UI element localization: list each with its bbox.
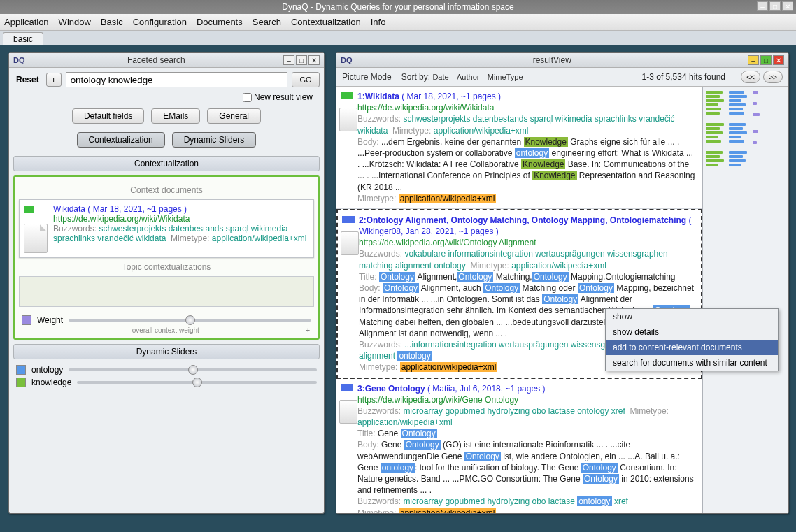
next-page-button[interactable]: >> xyxy=(763,71,783,83)
knowledge-slider-label: knowledge xyxy=(31,378,71,387)
general-button[interactable]: General xyxy=(207,108,261,124)
weight-label: Weight xyxy=(37,315,63,325)
topic-contextualizations-header: Topic contextualizations xyxy=(19,262,314,272)
ontology-color-icon xyxy=(16,365,26,375)
context-document[interactable]: Wikidata ( Mar 18, 2021, ~1 pages ) http… xyxy=(19,199,314,258)
weight-color-icon xyxy=(22,315,31,325)
document-icon xyxy=(339,400,357,424)
resultview-maximize-button[interactable] xyxy=(760,55,772,65)
window-minimize-button[interactable]: – xyxy=(757,1,768,11)
default-fields-button[interactable]: Default fields xyxy=(72,108,144,124)
menu-window[interactable]: Window xyxy=(59,17,91,27)
window-maximize-button[interactable]: □ xyxy=(769,1,781,11)
topic-area xyxy=(19,276,314,307)
hits-label: 1-3 of 5,534 hits found xyxy=(642,72,725,82)
relevance-marker-icon xyxy=(341,92,353,99)
prev-page-button[interactable]: << xyxy=(741,71,760,83)
menu-contextualization[interactable]: Contextualization xyxy=(291,17,361,27)
picture-mode-button[interactable]: Picture Mode xyxy=(342,72,392,82)
contextualization-section-header[interactable]: Contextualization xyxy=(13,156,320,171)
ctxdoc-mime: application/wikipedia+xml xyxy=(212,233,307,243)
dynamic-sliders-section-header[interactable]: Dynamic Sliders xyxy=(13,344,320,359)
resultview-minimize-button[interactable] xyxy=(748,55,759,65)
weight-scale-label: overall context weight xyxy=(132,326,199,334)
menu-info[interactable]: Info xyxy=(371,17,386,27)
ontology-slider-label: ontology xyxy=(31,365,63,375)
menu-search[interactable]: Search xyxy=(253,17,281,27)
relevance-marker-icon xyxy=(24,206,34,213)
weight-minus: - xyxy=(23,326,25,334)
ctxdoc-url: https://de.wikipedia.org/wiki/Wikidata xyxy=(53,214,190,224)
sort-mimetype[interactable]: MimeType xyxy=(488,73,523,81)
document-icon xyxy=(339,108,357,131)
ctxmenu-add-relevant[interactable]: add to content-relevant documents xyxy=(606,340,778,355)
result-item-3[interactable]: 3:Gene Ontology ( Matiia, Jul 6, 2018, ~… xyxy=(336,379,702,514)
context-menu: show show details add to content-relevan… xyxy=(605,308,779,371)
menu-basic[interactable]: Basic xyxy=(101,17,123,27)
resultview-title: resultView xyxy=(357,55,748,65)
app-titlebar: DynaQ - Dynamic Queries for your persona… xyxy=(0,0,796,14)
ctxmenu-show-details[interactable]: show details xyxy=(606,324,778,340)
faceted-title: Faceted search xyxy=(29,55,284,65)
ctxdoc-meta: ( Mar 18, 2021, ~1 pages ) xyxy=(87,204,187,214)
contextualization-button[interactable]: Contextualization xyxy=(77,132,165,148)
relevance-marker-icon xyxy=(342,216,355,223)
faceted-search-window: DQ Faceted search ✕ Reset + GO New resu xyxy=(8,52,325,514)
weight-slider[interactable] xyxy=(69,319,311,322)
ctxdoc-title: Wikidata xyxy=(53,204,85,214)
ctxdoc-buzz-label: Buzzwords: xyxy=(53,224,97,233)
menu-documents[interactable]: Documents xyxy=(197,17,243,27)
document-icon xyxy=(24,224,48,253)
dynaq-logo-icon: DQ xyxy=(341,56,353,64)
sort-author[interactable]: Author xyxy=(457,73,479,81)
knowledge-slider[interactable] xyxy=(77,381,317,384)
ctxmenu-search-similar[interactable]: search for documents with similar conten… xyxy=(606,355,778,371)
result-item-1[interactable]: 1:Wikidata ( Mar 18, 2021, ~1 pages ) ht… xyxy=(336,87,702,209)
new-result-view-checkbox[interactable] xyxy=(243,93,252,102)
tabbar: basic xyxy=(0,31,796,45)
ctxdoc-mime-label: Mimetype: xyxy=(171,233,209,243)
dynamic-sliders-button[interactable]: Dynamic Sliders xyxy=(172,132,257,148)
new-result-view-label: New result view xyxy=(254,92,313,102)
context-panel: Context documents Wikidata ( Mar 18, 202… xyxy=(13,175,320,340)
menu-application[interactable]: Application xyxy=(4,17,49,27)
document-icon xyxy=(341,231,359,255)
add-query-button[interactable]: + xyxy=(46,73,62,87)
ctxmenu-show[interactable]: show xyxy=(606,309,778,324)
reset-label[interactable]: Reset xyxy=(13,75,42,85)
faceted-minimize-button[interactable] xyxy=(283,55,294,65)
knowledge-color-icon xyxy=(16,378,26,387)
minimap-panel[interactable] xyxy=(703,87,788,513)
weight-plus: + xyxy=(306,326,310,334)
go-button[interactable]: GO xyxy=(292,72,320,87)
result-list[interactable]: 1:Wikidata ( Mar 18, 2021, ~1 pages ) ht… xyxy=(336,87,703,513)
ontology-slider[interactable] xyxy=(69,368,317,371)
emails-button[interactable]: EMails xyxy=(151,108,200,124)
menu-configuration[interactable]: Configuration xyxy=(133,17,187,27)
main-menubar: Application Window Basic Configuration D… xyxy=(0,14,796,31)
window-close-button[interactable]: ✕ xyxy=(782,1,793,11)
faceted-maximize-button[interactable] xyxy=(296,55,307,65)
dynaq-logo-icon: DQ xyxy=(13,56,25,64)
app-title: DynaQ - Dynamic Queries for your persona… xyxy=(282,2,513,12)
result-view-window: DQ resultView Picture Mode Sort by: Date… xyxy=(336,52,789,514)
tab-basic[interactable]: basic xyxy=(3,32,43,45)
relevance-marker-icon xyxy=(341,384,353,391)
context-documents-header: Context documents xyxy=(19,185,314,195)
resultview-close-button[interactable] xyxy=(773,55,784,65)
sort-date[interactable]: Date xyxy=(432,73,448,81)
sortby-label: Sort by: xyxy=(401,72,430,82)
faceted-close-button[interactable]: ✕ xyxy=(308,55,320,65)
search-input[interactable] xyxy=(66,72,287,87)
